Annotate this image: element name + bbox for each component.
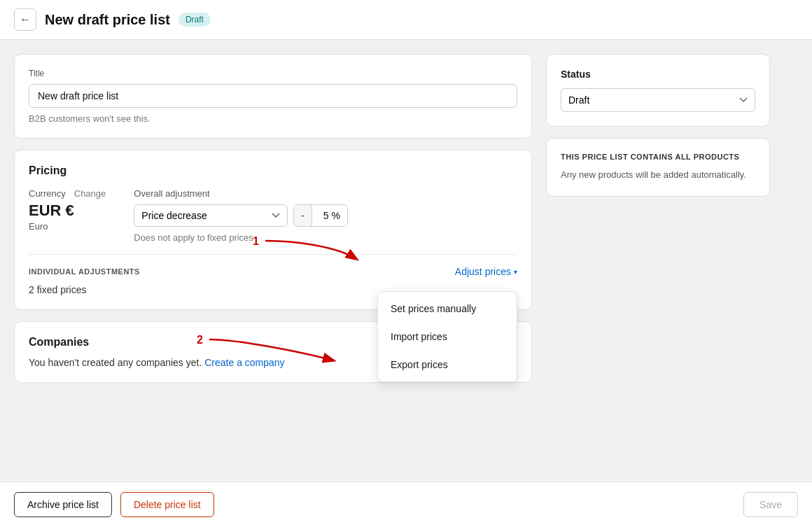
all-products-card: THIS PRICE LIST CONTAINS ALL PRODUCTS An…: [546, 138, 770, 197]
save-button[interactable]: Save: [743, 492, 798, 517]
status-card: Status Draft Active Archived: [546, 54, 770, 127]
back-button[interactable]: ←: [14, 8, 36, 31]
page-wrapper: ← New draft price list Draft Title B2B c…: [0, 0, 812, 527]
chevron-down-icon: ▾: [514, 268, 517, 276]
pricing-divider: [29, 254, 517, 255]
does-not-apply-text: Does not apply to fixed prices: [134, 232, 517, 243]
archive-button[interactable]: Archive price list: [14, 492, 112, 517]
export-prices-item[interactable]: Export prices: [378, 351, 517, 379]
main-content: Title B2B customers won't see this. Pric…: [0, 40, 812, 482]
status-select[interactable]: Draft Active Archived: [561, 88, 755, 112]
title-input[interactable]: [29, 84, 517, 108]
change-currency-link[interactable]: Change: [74, 188, 106, 199]
currency-label-text: Currency: [29, 188, 66, 199]
status-title: Status: [561, 69, 755, 80]
title-label: Title: [29, 69, 517, 78]
overall-label: Overall adjustment: [134, 188, 517, 199]
currency-section: Currency Change EUR € Euro: [29, 188, 106, 232]
bottom-left-buttons: Archive price list Delete price list: [14, 492, 214, 517]
right-column: Status Draft Active Archived THIS PRICE …: [546, 54, 770, 197]
companies-text-before: You haven't created any companies yet.: [29, 357, 202, 368]
all-products-title: THIS PRICE LIST CONTAINS ALL PRODUCTS: [561, 153, 755, 161]
bottom-bar: Archive price list Delete price list Sav…: [0, 482, 812, 527]
currency-name: Euro: [29, 221, 106, 232]
pricing-title: Pricing: [29, 164, 517, 177]
draft-badge: Draft: [178, 13, 211, 27]
set-prices-manually-item[interactable]: Set prices manually: [378, 295, 517, 323]
back-icon: ←: [20, 13, 31, 26]
all-products-desc: Any new products will be added automatic…: [561, 168, 755, 182]
import-prices-item[interactable]: Import prices: [378, 323, 517, 351]
create-company-link[interactable]: Create a company: [204, 357, 284, 368]
currency-value: EUR €: [29, 202, 106, 220]
individual-title: INDIVIDUAL ADJUSTMENTS: [29, 267, 140, 276]
individual-header: INDIVIDUAL ADJUSTMENTS Adjust prices ▾ S…: [29, 266, 517, 277]
adjust-prices-label: Adjust prices: [455, 266, 511, 277]
percent-minus: -: [294, 205, 312, 226]
left-column: Title B2B customers won't see this. Pric…: [14, 54, 532, 383]
individual-adjustments-section: INDIVIDUAL ADJUSTMENTS Adjust prices ▾ S…: [29, 266, 517, 295]
adjust-prices-dropdown: Set prices manually Import prices Export…: [377, 291, 517, 382]
page-title: New draft price list: [45, 12, 170, 28]
title-hint: B2B customers won't see this.: [29, 113, 517, 124]
adjust-prices-button[interactable]: Adjust prices ▾: [455, 266, 517, 277]
overall-adjustment-section: Overall adjustment Price decrease Price …: [134, 188, 517, 243]
currency-label-row: Currency Change: [29, 188, 106, 199]
top-bar: ← New draft price list Draft: [0, 0, 812, 40]
adjustment-select[interactable]: Price decrease Price increase No adjustm…: [134, 204, 288, 227]
percent-value: 5 %: [312, 205, 347, 226]
title-card: Title B2B customers won't see this.: [14, 54, 532, 139]
pricing-card: Pricing Currency Change EUR € Euro Overa…: [14, 150, 532, 310]
currency-row: Currency Change EUR € Euro Overall adjus…: [29, 188, 517, 243]
delete-button[interactable]: Delete price list: [120, 492, 214, 517]
percent-input-box: - 5 %: [293, 204, 348, 227]
adjustment-controls: Price decrease Price increase No adjustm…: [134, 204, 517, 227]
